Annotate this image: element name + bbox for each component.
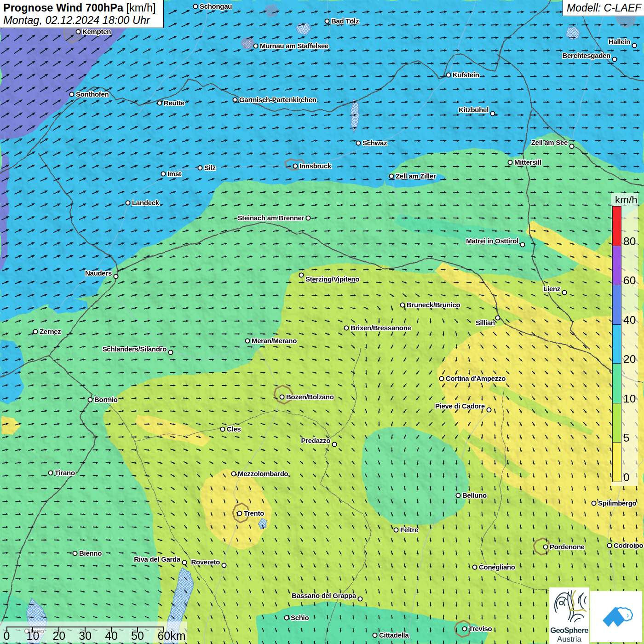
legend-label-80: 80 (623, 236, 636, 247)
city-dot (607, 543, 611, 547)
city-dot (543, 545, 547, 549)
legend-label-20: 20 (623, 354, 636, 365)
city-dot (69, 92, 74, 96)
city-label: Sillian (476, 319, 495, 327)
legend-swatch-0 (612, 442, 621, 482)
city-label: Bienno (79, 549, 102, 557)
city-meran-merano: Meran/Merano (245, 337, 297, 345)
city-label: Predazzo (301, 437, 331, 444)
city-murnau-am-staffelsee: Murnau am Staffelsee (253, 42, 328, 50)
scalebar-label-10: 10 (26, 629, 39, 643)
city-label: Bozen/Bolzano (286, 393, 334, 401)
city-bozen-bolzano: Bozen/Bolzano (280, 393, 334, 401)
city-dot (389, 174, 393, 178)
city-dot (325, 19, 329, 23)
city-dot (456, 493, 460, 497)
map-subtitle: Montag, 02.12.2024 18:00 Uhr (3, 14, 163, 26)
city-dot (569, 144, 574, 148)
city-label: Bruneck/Brunico (407, 301, 460, 309)
city-dot (220, 427, 224, 431)
city-label: Mittersill (514, 158, 541, 166)
city-label: Codroipo (614, 541, 643, 549)
city-label: Silz (204, 164, 216, 172)
legend-swatch-5 (612, 403, 621, 443)
city-dot (520, 242, 524, 247)
city-brixen-bressanone: Brixen/Bressanone (344, 324, 411, 332)
city-bruneck-brunico: Bruneck/Brunico (400, 301, 460, 309)
city-dot (284, 615, 288, 620)
city-label: Cittadella (379, 631, 409, 639)
city-dot (462, 627, 466, 631)
city-label: Schongau (200, 2, 232, 10)
legend-label-10: 10 (623, 393, 636, 405)
city-dot (231, 472, 236, 476)
city-label: Cortina d'Ampezzo (446, 374, 506, 382)
city-label: Hallein (609, 38, 630, 46)
city-dot (168, 350, 172, 354)
city-dot (344, 326, 348, 330)
legend-swatch-20 (612, 324, 621, 364)
city-label: Zernez (40, 328, 61, 335)
city-dot (161, 172, 165, 176)
city-dot (157, 101, 161, 105)
city-dot (198, 166, 202, 170)
city-dot (446, 73, 450, 77)
scalebar-label-50: 50 (131, 629, 144, 643)
model-box: Modell: C-LAEF (563, 0, 644, 16)
city-dot (73, 551, 77, 555)
city-zell-am-ziller: Zell am Ziller (389, 172, 436, 180)
city-label: Conegliano (479, 563, 515, 571)
map-canvas: SchongauBad TölzKemptenMurnau am Staffel… (0, 0, 644, 644)
legend-swatch-40 (612, 285, 621, 325)
geosphere-logo-icon (549, 587, 589, 624)
city-dot (280, 395, 284, 399)
city-label: Steinach am Brenner (238, 214, 305, 222)
city-label: Lienz (543, 285, 560, 293)
city-label: Trento (244, 509, 264, 517)
city-dot (182, 560, 186, 564)
city-dot (472, 565, 477, 569)
city-dot (76, 29, 80, 34)
legend-swatch-10 (612, 363, 621, 403)
city-label: Bassano del Grappa (292, 592, 356, 599)
city-dot (126, 201, 130, 205)
city-dot (358, 597, 362, 601)
map-title-main: Prognose Wind 700hPa (3, 2, 123, 14)
city-sonthofen: Sonthofen (69, 90, 109, 98)
partner-logo-box (590, 591, 642, 642)
city-label: Imst (167, 170, 181, 178)
weather-map-stage: SchongauBad TölzKemptenMurnau am Staffel… (0, 0, 644, 644)
city-label: Schwaz (362, 139, 387, 147)
city-pordenone: Pordenone (543, 543, 584, 551)
city-dot (245, 339, 249, 343)
scalebar-label-0: 0 (4, 629, 10, 643)
city-label: Schlanders/Silandro (103, 345, 167, 353)
legend-label-5: 5 (623, 432, 630, 444)
city-label: Meran/Merano (252, 337, 297, 345)
map-title-unit-text: [km/h] (126, 2, 156, 14)
city-label: Cles (227, 425, 241, 433)
legend-unit-label: km/h (615, 194, 638, 206)
scalebar-label-20: 20 (52, 629, 65, 643)
map-title: Prognose Wind 700hPa [km/h] (3, 1, 163, 14)
city-dot (306, 216, 310, 220)
geosphere-contour-lines (555, 591, 586, 622)
city-label: Kitzbühel (459, 106, 489, 114)
city-dot (487, 408, 491, 412)
title-box: Prognose Wind 700hPa [km/h] Montag, 02.1… (0, 0, 164, 28)
legend-swatch-80 (612, 206, 621, 246)
map-scalebar: 0102030405060km (0, 621, 187, 643)
city-dot (193, 4, 197, 8)
city-label: Berchtesgaden (563, 52, 611, 59)
city-spilimbergo: Spilimbergo (592, 499, 636, 507)
scalebar-label-60km: 60km (157, 629, 185, 643)
city-dot (612, 57, 616, 61)
city-label: Feltre (400, 526, 418, 534)
city-label: Tirano (55, 469, 75, 477)
city-dot (490, 111, 494, 115)
city-label: Treviso (469, 625, 492, 632)
geosphere-country: Austria (549, 635, 589, 644)
city-label: Zell am See (531, 138, 568, 146)
city-mezzolombardo: Mezzolombardo (231, 470, 288, 477)
city-label: Kempten (82, 28, 111, 35)
